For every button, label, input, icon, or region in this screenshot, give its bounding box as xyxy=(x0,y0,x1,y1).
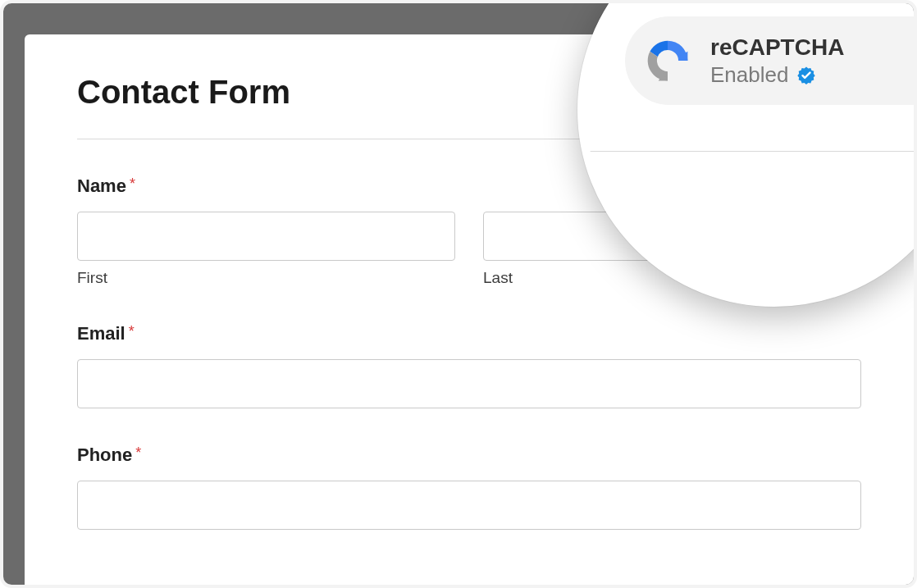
phone-input[interactable] xyxy=(77,481,861,530)
email-label: Email xyxy=(77,323,125,344)
recaptcha-title: reCAPTCHA xyxy=(710,33,844,62)
phone-label: Phone xyxy=(77,444,132,466)
required-indicator: * xyxy=(135,444,141,461)
name-label: Name xyxy=(77,175,126,197)
recaptcha-status-pill: reCAPTCHA Enabled xyxy=(625,16,917,105)
window-chrome-bg: Contact Form Name* First Last xyxy=(3,3,914,585)
recaptcha-status-text: Enabled xyxy=(710,62,788,89)
email-field-block: Email* xyxy=(77,323,861,408)
phone-field-block: Phone* xyxy=(77,444,861,530)
first-name-input[interactable] xyxy=(77,212,455,261)
first-name-sublabel: First xyxy=(77,269,455,287)
magnifier-divider xyxy=(586,151,917,152)
required-indicator: * xyxy=(130,175,135,192)
recaptcha-icon xyxy=(643,36,692,85)
email-input[interactable] xyxy=(77,359,861,408)
verified-badge-icon xyxy=(796,66,816,85)
outer-frame: Contact Form Name* First Last xyxy=(0,0,917,588)
required-indicator: * xyxy=(129,323,135,340)
